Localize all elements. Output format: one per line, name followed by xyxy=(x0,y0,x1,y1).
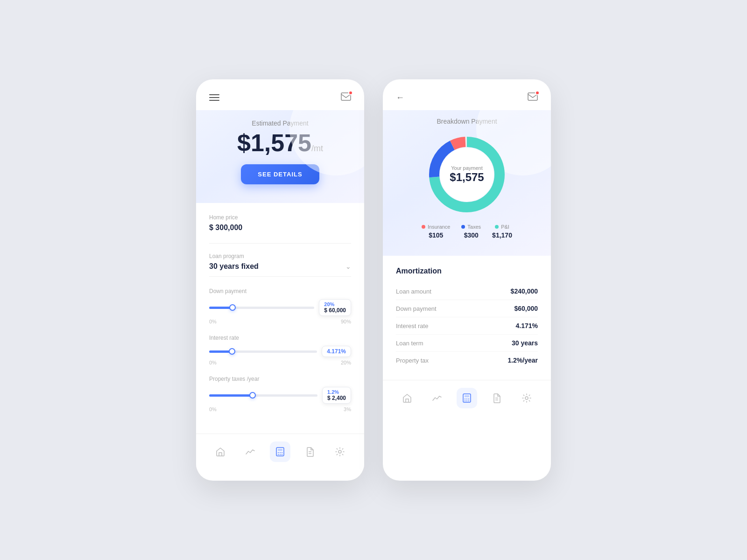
svg-rect-2 xyxy=(278,449,282,451)
home-price-label: Home price xyxy=(209,214,351,221)
pi-amount: $1,170 xyxy=(492,231,512,239)
donut-amount: $1,575 xyxy=(450,171,484,184)
interest-rate-tooltip: 4.171% xyxy=(322,346,351,357)
svg-point-21 xyxy=(466,399,467,399)
svg-point-3 xyxy=(278,452,279,453)
property-taxes-range: 0% 3% xyxy=(209,406,351,412)
interest-rate-slider-group: Interest rate 4.171% 0% 20% xyxy=(209,335,351,365)
home-price-group: Home price $ 300,000 xyxy=(209,214,351,232)
svg-point-6 xyxy=(278,454,279,455)
property-taxes-label: Property taxes /year xyxy=(209,376,351,382)
down-payment-slider-row: 20% $ 60,000 xyxy=(209,299,351,316)
pi-dot xyxy=(495,225,499,229)
amortization-title: Amortization xyxy=(396,267,538,275)
interest-rate-track[interactable] xyxy=(209,350,317,353)
down-payment-tooltip: 20% $ 60,000 xyxy=(319,299,351,316)
svg-point-25 xyxy=(468,400,469,401)
svg-point-11 xyxy=(338,450,341,453)
left-header xyxy=(196,79,364,110)
interest-rate-slider-row: 4.171% xyxy=(209,346,351,357)
amort-interest-rate: Interest rate 4.171% xyxy=(396,317,538,335)
svg-point-23 xyxy=(465,400,465,401)
down-payment-slider-group: Down payment 20% $ 60,000 0% 90% xyxy=(209,288,351,324)
left-phone: Estimated Payment $1,575/mt SEE DETAILS … xyxy=(196,79,364,481)
legend-row: Insurance $105 Taxes $300 P&I xyxy=(396,224,538,239)
insurance-label: Insurance xyxy=(428,224,450,230)
insurance-dot xyxy=(422,225,425,229)
property-taxes-fill xyxy=(209,394,253,397)
left-bottom-nav xyxy=(196,434,364,469)
back-button[interactable]: ← xyxy=(396,93,404,103)
hero-section: Estimated Payment $1,575/mt SEE DETAILS xyxy=(196,110,364,203)
interest-rate-thumb[interactable] xyxy=(229,348,235,355)
svg-point-28 xyxy=(525,397,528,399)
nav-document[interactable] xyxy=(300,441,320,462)
insurance-amount: $105 xyxy=(429,231,443,239)
right-mail-button[interactable] xyxy=(528,92,538,103)
amort-loan-term: Loan term 30 years xyxy=(396,335,538,352)
svg-point-22 xyxy=(468,399,469,399)
mail-button[interactable] xyxy=(341,92,351,103)
right-mail-badge xyxy=(535,91,540,95)
loan-program-value: 30 years fixed xyxy=(209,262,259,271)
amort-loan-amount: Loan amount $240,000 xyxy=(396,283,538,300)
svg-point-20 xyxy=(465,399,465,399)
nav-chart[interactable] xyxy=(240,441,261,462)
down-payment-thumb[interactable] xyxy=(229,304,236,311)
right-nav-chart[interactable] xyxy=(427,388,447,408)
estimated-label: Estimated Payment xyxy=(209,119,351,127)
right-phone: ← Breakdown Payment xyxy=(383,79,551,481)
property-taxes-track[interactable] xyxy=(209,394,317,397)
payment-amount: $1,575/mt xyxy=(209,131,351,155)
svg-rect-19 xyxy=(465,395,469,397)
interest-rate-range: 0% 20% xyxy=(209,360,351,365)
nav-home[interactable] xyxy=(210,441,231,462)
taxes-amount: $300 xyxy=(464,231,479,239)
legend-pi: P&I $1,170 xyxy=(492,224,512,239)
right-hero: Breakdown Payment Your payment xyxy=(383,110,551,256)
amortization-rows: Loan amount $240,000 Down payment $60,00… xyxy=(396,283,538,369)
down-payment-label: Down payment xyxy=(209,288,351,294)
svg-point-5 xyxy=(282,452,282,453)
divider-1 xyxy=(209,243,351,244)
hamburger-icon[interactable] xyxy=(209,94,219,101)
payment-unit: /mt xyxy=(311,144,323,153)
nav-settings[interactable] xyxy=(330,441,350,462)
breakdown-title: Breakdown Payment xyxy=(396,118,538,125)
app-container: Estimated Payment $1,575/mt SEE DETAILS … xyxy=(196,79,551,481)
donut-label: Your payment xyxy=(450,165,484,171)
right-bottom-nav xyxy=(383,380,551,416)
see-details-button[interactable]: SEE DETAILS xyxy=(241,164,319,184)
property-taxes-slider-group: Property taxes /year 1.2% $ 2,400 0% 3% xyxy=(209,376,351,412)
chevron-down-icon: ⌄ xyxy=(345,263,351,270)
interest-rate-label: Interest rate xyxy=(209,335,351,341)
svg-point-7 xyxy=(280,454,281,455)
right-nav-document[interactable] xyxy=(486,388,507,408)
right-nav-settings[interactable] xyxy=(516,388,537,408)
home-price-value: $ 300,000 xyxy=(209,224,351,232)
right-nav-home[interactable] xyxy=(397,388,417,408)
mail-notification-badge xyxy=(348,91,353,95)
amort-down-payment: Down payment $60,000 xyxy=(396,300,538,317)
property-taxes-thumb[interactable] xyxy=(249,392,256,399)
svg-point-8 xyxy=(282,454,282,455)
taxes-label: Taxes xyxy=(467,224,481,230)
property-taxes-slider-row: 1.2% $ 2,400 xyxy=(209,387,351,404)
donut-chart: Your payment $1,575 xyxy=(425,133,509,217)
loan-program-group: Loan program 30 years fixed ⌄ xyxy=(209,253,351,277)
legend-insurance: Insurance $105 xyxy=(422,224,450,239)
loan-program-label: Loan program xyxy=(209,253,351,259)
right-nav-calculator[interactable] xyxy=(457,388,477,408)
down-payment-range: 0% 90% xyxy=(209,319,351,324)
amortization-section: Amortization Loan amount $240,000 Down p… xyxy=(383,256,551,380)
loan-program-dropdown[interactable]: 30 years fixed ⌄ xyxy=(209,262,351,277)
amort-property-tax: Property tax 1.2%/year xyxy=(396,352,538,369)
form-section: Home price $ 300,000 Loan program 30 yea… xyxy=(196,203,364,434)
property-taxes-tooltip: 1.2% $ 2,400 xyxy=(322,387,351,404)
nav-calculator[interactable] xyxy=(270,441,290,462)
svg-point-4 xyxy=(280,452,281,453)
legend-taxes: Taxes $300 xyxy=(461,224,481,239)
donut-center: Your payment $1,575 xyxy=(450,165,484,184)
down-payment-track[interactable] xyxy=(209,307,314,309)
right-header: ← xyxy=(383,79,551,110)
